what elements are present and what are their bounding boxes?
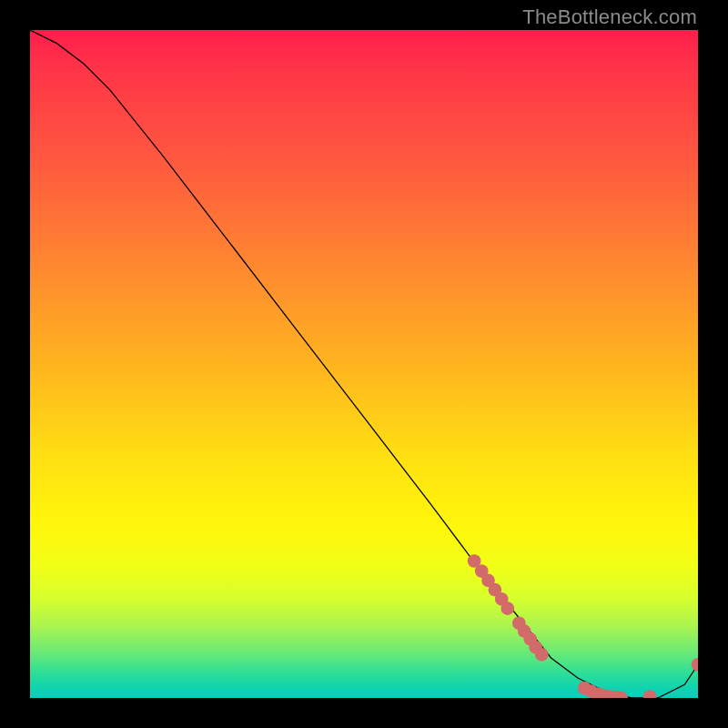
curve-marker xyxy=(692,658,698,672)
watermark-text: TheBottleneck.com xyxy=(522,5,697,29)
curve-marker xyxy=(500,602,514,615)
curve-path xyxy=(30,30,698,698)
curve-marker xyxy=(643,690,657,698)
curve-marker xyxy=(535,648,549,662)
curve-markers xyxy=(468,554,698,698)
chart-stage: TheBottleneck.com xyxy=(0,0,728,728)
curve-svg xyxy=(30,30,698,698)
plot-area xyxy=(30,30,698,698)
